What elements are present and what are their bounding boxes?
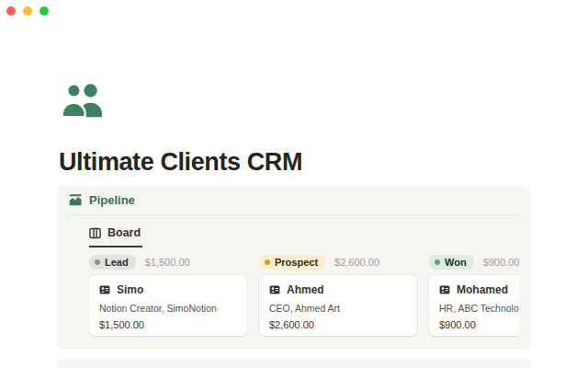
notion-crm-window: { "window": { "controls": [ {"name": "cl… — [0, 0, 588, 368]
column-total: $2,600.00 — [334, 257, 379, 268]
next-section-partial — [57, 359, 530, 368]
status-label: Lead — [105, 257, 129, 268]
status-dot — [435, 259, 440, 265]
two-people-icon[interactable] — [61, 81, 103, 120]
tab-board-label: Board — [107, 226, 141, 239]
contact-card-icon — [99, 285, 110, 294]
status-dot — [95, 259, 100, 265]
minimize-window-button[interactable] — [23, 6, 32, 16]
status-dot — [265, 259, 270, 265]
pipeline-section-title: Pipeline — [89, 193, 135, 207]
column-header: Prospect $2,600.00 — [259, 255, 417, 270]
card-amount: $2,600.00 — [269, 319, 407, 330]
card-title: Simo — [117, 283, 143, 296]
status-label: Won — [445, 257, 467, 268]
zoom-window-button[interactable] — [40, 6, 49, 16]
section-divider — [69, 214, 519, 215]
kanban-card-simo[interactable]: Simo Notion Creator, SimoNotion $1,500.0… — [89, 275, 247, 336]
pipeline-section: Pipeline Board Lead $1,500.00 — [57, 187, 530, 350]
card-title: Mohamed — [457, 283, 508, 296]
status-badge-lead[interactable]: Lead — [89, 255, 136, 270]
board-column-prospect: Prospect $2,600.00 Ahmed — [259, 255, 417, 343]
pipeline-section-header[interactable]: Pipeline — [69, 193, 135, 207]
kanban-card-mohamed[interactable]: Mohamed HR, ABC Technology $900.00 — [429, 275, 519, 336]
tab-board[interactable]: Board — [89, 226, 142, 247]
contact-card-icon — [439, 285, 450, 294]
board-columns-icon — [89, 227, 101, 239]
column-header: Won $900.00 — [429, 255, 519, 270]
window-controls — [6, 6, 49, 16]
card-amount: $900.00 — [439, 319, 519, 330]
area-chart-icon — [69, 193, 83, 207]
card-subtitle: CEO, Ahmed Art — [269, 303, 407, 314]
column-total: $1,500.00 — [145, 257, 190, 268]
status-badge-won[interactable]: Won — [429, 255, 474, 270]
page-title: Ultimate Clients CRM — [59, 148, 302, 177]
card-subtitle: HR, ABC Technology — [439, 303, 519, 314]
status-badge-prospect[interactable]: Prospect — [259, 255, 325, 270]
column-total: $900.00 — [483, 257, 519, 268]
contact-card-icon — [269, 285, 280, 294]
card-subtitle: Notion Creator, SimoNotion — [99, 303, 237, 314]
column-header: Lead $1,500.00 — [89, 255, 247, 270]
board-column-won: Won $900.00 Mohamed — [429, 255, 519, 343]
status-label: Prospect — [275, 257, 318, 268]
board-column-lead: Lead $1,500.00 Simo — [89, 255, 247, 343]
kanban-board: Lead $1,500.00 Simo — [89, 255, 519, 343]
close-window-button[interactable] — [6, 6, 16, 16]
card-title: Ahmed — [287, 283, 324, 296]
card-amount: $1,500.00 — [99, 319, 237, 330]
kanban-card-ahmed[interactable]: Ahmed CEO, Ahmed Art $2,600.00 — [259, 275, 417, 336]
